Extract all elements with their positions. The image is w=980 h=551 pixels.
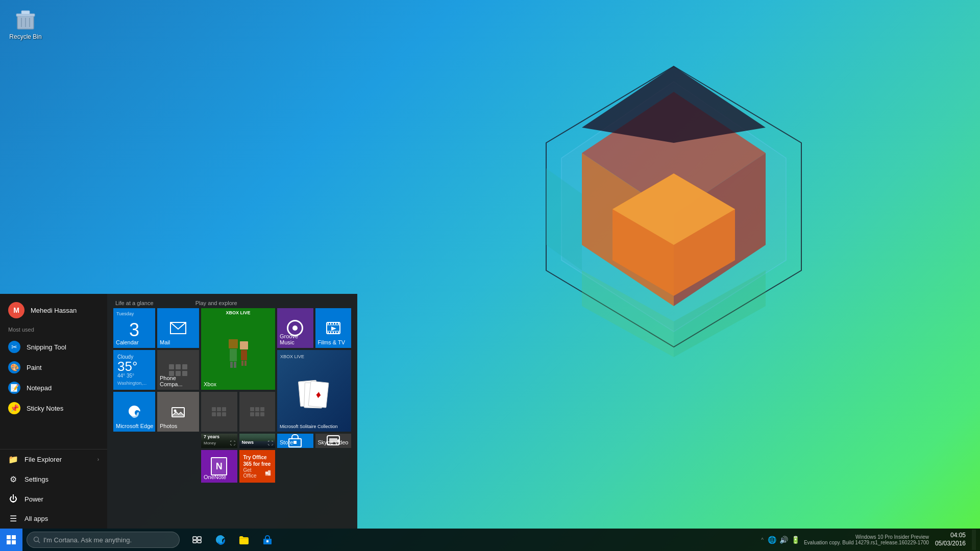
weather-condition: Cloudy xyxy=(117,354,133,360)
clock[interactable]: 04:05 05/03/2016 xyxy=(935,532,966,547)
onenote-label: OneNote xyxy=(204,474,226,480)
onenote-tile[interactable]: N OneNote xyxy=(201,450,237,483)
battery-icon: 🔋 xyxy=(791,536,800,544)
taskbar-pinned-icons xyxy=(186,529,279,551)
xbox-live-banner: XBOX LIVE xyxy=(201,308,275,317)
weather-tile[interactable]: Cloudy 35° 44° 35° Washington,... xyxy=(113,350,155,390)
settings-item[interactable]: ⚙ Settings xyxy=(0,469,107,489)
svg-rect-39 xyxy=(265,471,268,474)
life-tiles: Tuesday 3 Calendar Mail xyxy=(113,308,199,483)
getoffice-bottom: Get Office xyxy=(243,467,272,479)
windows-version: Windows 10 Pro Insider Preview xyxy=(804,534,929,540)
sticky-notes-label: Sticky Notes xyxy=(27,405,63,412)
svg-rect-27 xyxy=(338,322,339,324)
taskbar-file-explorer-button[interactable] xyxy=(233,529,255,551)
power-icon: ⏻ xyxy=(8,494,18,504)
news-expand-icon: ⛶ xyxy=(268,440,273,446)
mail-label: Mail xyxy=(160,339,170,345)
edge-label: Microsoft Edge xyxy=(116,423,153,429)
cortana-search-placeholder: I'm Cortana. Ask me anything. xyxy=(43,536,132,544)
recycle-bin-icon xyxy=(13,8,38,32)
money-tile[interactable]: Oil market storm is finally clearing aft… xyxy=(201,434,237,448)
mail-tile[interactable]: Mail xyxy=(157,308,199,348)
news-tile[interactable]: News ⛶ xyxy=(239,434,276,448)
volume-icon[interactable]: 🔊 xyxy=(779,536,788,544)
user-section[interactable]: M Mehedi Hassan xyxy=(0,294,107,324)
task-view-button[interactable] xyxy=(186,529,208,551)
svg-marker-6 xyxy=(546,66,801,347)
svg-rect-41 xyxy=(268,473,271,475)
solitaire-tile[interactable]: XBOX LIVE ♥ ♣ ♦ Microsoft Solitaire Coll… xyxy=(277,350,351,432)
time-display: 04:05 xyxy=(935,532,966,540)
section-labels: Life at a glance Play and explore xyxy=(113,300,351,306)
phone-label: Phone Compa... xyxy=(160,375,199,387)
cortana-search-box[interactable]: I'm Cortana. Ask me anything. xyxy=(27,532,180,548)
power-label: Power xyxy=(24,495,43,503)
start-button[interactable] xyxy=(0,529,22,551)
play-tiles: XBOX LIVE xyxy=(201,308,351,483)
taskbar-edge-button[interactable] xyxy=(209,529,232,551)
xbox-tile[interactable]: XBOX LIVE xyxy=(201,308,275,390)
photos-tile[interactable]: Photos xyxy=(157,392,199,432)
svg-rect-29 xyxy=(330,332,331,334)
svg-rect-30 xyxy=(333,332,334,334)
all-apps-icon: ☰ xyxy=(8,514,18,523)
file-explorer-item[interactable]: 📁 File Explorer › xyxy=(0,449,107,469)
calendar-label: Calendar xyxy=(116,339,139,345)
sidebar-item-sticky-notes[interactable]: 📌 Sticky Notes xyxy=(0,398,107,418)
groove-label: Groove Music xyxy=(280,333,313,345)
show-hidden-icons[interactable]: ^ xyxy=(761,537,764,543)
notepad-icon: 📝 xyxy=(8,382,20,394)
sidebar-item-notepad[interactable]: 📝 Notepad xyxy=(0,378,107,398)
desktop: Recycle Bin xyxy=(0,0,980,551)
svg-rect-28 xyxy=(328,332,329,334)
phone-tile[interactable]: Phone Compa... xyxy=(157,350,199,390)
tray-icons: 🌐 🔊 🔋 xyxy=(768,536,800,544)
edge-tile[interactable]: Microsoft Edge xyxy=(113,392,155,432)
getoffice-tile[interactable]: Try Office 365 for free Get Office xyxy=(239,450,276,483)
notification-area[interactable] xyxy=(972,530,976,550)
windows-build-info: Windows 10 Pro Insider Preview Evaluatio… xyxy=(804,534,929,545)
svg-rect-24 xyxy=(330,322,331,324)
groove-tile[interactable]: Groove Music xyxy=(277,308,313,348)
svg-marker-33 xyxy=(331,327,336,331)
sidebar-item-snipping-tool[interactable]: ✂ Snipping Tool xyxy=(0,337,107,357)
windows-logo-icon xyxy=(7,535,16,544)
svg-rect-35 xyxy=(293,441,297,444)
taskbar-store-button[interactable] xyxy=(256,529,279,551)
search-icon xyxy=(33,536,40,543)
xbox-label: Xbox xyxy=(204,381,216,387)
tiles-area: Tuesday 3 Calendar Mail xyxy=(113,308,351,483)
sidebar-item-paint[interactable]: 🎨 Paint xyxy=(0,357,107,378)
films-tile[interactable]: Films & TV xyxy=(315,308,352,348)
start-bottom-links: 📁 File Explorer › ⚙ Settings ⏻ Power ☰ A… xyxy=(0,449,107,529)
power-item[interactable]: ⏻ Power xyxy=(0,489,107,509)
skype-tile[interactable]: Skype video xyxy=(315,434,352,448)
getoffice-label: Get Office xyxy=(243,467,263,479)
build-number: Evaluation copy. Build 14279.rs1_release… xyxy=(804,540,929,545)
weather-hi-lo: 44° 35° xyxy=(117,373,134,379)
snipping-tool-label: Snipping Tool xyxy=(27,343,66,351)
recycle-bin[interactable]: Recycle Bin xyxy=(5,5,46,43)
snipping-tool-icon: ✂ xyxy=(8,341,20,353)
more-tile-1[interactable] xyxy=(201,392,237,432)
all-apps-item[interactable]: ☰ All apps xyxy=(0,509,107,529)
settings-icon: ⚙ xyxy=(8,474,18,484)
svg-line-44 xyxy=(38,541,40,543)
calendar-tile[interactable]: Tuesday 3 Calendar xyxy=(113,308,155,348)
svg-rect-42 xyxy=(265,474,268,476)
svg-marker-14 xyxy=(546,168,582,270)
svg-rect-2 xyxy=(21,11,30,14)
svg-rect-48 xyxy=(198,540,201,543)
notepad-label: Notepad xyxy=(27,384,52,392)
svg-rect-21 xyxy=(327,324,340,325)
section-label-life: Life at a glance xyxy=(113,300,193,306)
weather-location: Washington,... xyxy=(117,381,146,386)
more-tile-2[interactable] xyxy=(239,392,276,432)
xbox-live-badge: XBOX LIVE xyxy=(277,350,351,360)
money-headline: Oil market storm is finally clearing aft… xyxy=(204,434,235,440)
photos-label: Photos xyxy=(160,423,177,429)
store-tile[interactable]: Store xyxy=(277,434,313,448)
network-icon[interactable]: 🌐 xyxy=(768,536,776,544)
recycle-bin-label: Recycle Bin xyxy=(9,33,41,40)
